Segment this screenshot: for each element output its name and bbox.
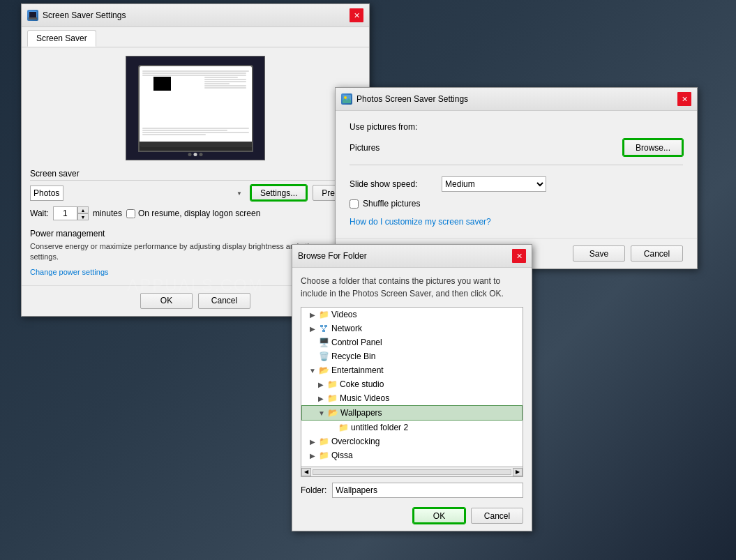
tree-area[interactable]: ▶ 📁 Videos ▶ Network ▶ 🖥️ Control Panel — [301, 307, 523, 467]
folder-qissa-icon: 📁 — [318, 450, 329, 461]
wait-input[interactable] — [53, 206, 77, 220]
screen-saver-preview — [126, 56, 265, 160]
settings-button[interactable]: Settings... — [250, 185, 307, 201]
svg-rect-5 — [320, 325, 323, 327]
svg-line-8 — [322, 327, 324, 330]
folder-music-icon: 📁 — [326, 393, 338, 404]
watermark: APPUALS.COM — [127, 275, 263, 295]
tree-item-wallpapers[interactable]: ▼ 📂 Wallpapers — [301, 405, 523, 421]
tree-label-network: Network — [331, 324, 362, 333]
folder-overclocking-icon: 📁 — [318, 436, 329, 447]
browse-footer: OK Cancel — [292, 504, 532, 531]
minutes-label: minutes — [93, 209, 122, 218]
wait-row: Wait: ▲ ▼ minutes On resume, display log… — [30, 206, 361, 220]
expand-network-icon[interactable]: ▶ — [307, 323, 318, 334]
screen-saver-cancel-button[interactable]: Cancel — [198, 293, 250, 309]
speed-row: Slide show speed: Slow Medium Fast — [350, 176, 683, 192]
spinner-up-button[interactable]: ▲ — [77, 206, 89, 213]
tree-item-recycle-bin[interactable]: ▶ 🗑️ Recycle Bin — [301, 349, 523, 363]
speed-dropdown-wrapper: Slow Medium Fast — [442, 176, 546, 192]
laptop-base — [140, 142, 253, 147]
change-power-link[interactable]: Change power settings — [30, 268, 109, 276]
folder-coke-icon: 📁 — [326, 379, 338, 390]
tree-item-videos[interactable]: ▶ 📁 Videos — [301, 308, 523, 321]
preview-dot — [188, 153, 192, 156]
horizontal-scrollbar[interactable]: ◀ ▶ — [301, 467, 523, 477]
speed-label: Slide show speed: — [350, 179, 433, 189]
screen-saver-dropdown-wrapper: Photos ▼ — [30, 186, 245, 201]
tree-label-videos: Videos — [331, 310, 356, 319]
browse-ok-button[interactable]: OK — [413, 508, 465, 524]
browse-titlebar-left: Browse For Folder — [298, 251, 367, 261]
wait-label: Wait: — [30, 209, 49, 218]
screen-saver-dropdown[interactable]: Photos — [30, 186, 63, 201]
folder-input[interactable] — [332, 483, 523, 498]
network-icon — [318, 323, 329, 334]
resume-checkbox-label: On resume, display logon screen — [138, 209, 260, 218]
browse-folder-dialog: Browse For Folder ✕ Choose a folder that… — [292, 244, 532, 531]
tree-item-overclocking[interactable]: ▶ 📁 Overclocking — [301, 434, 523, 448]
pictures-value: Pictures — [350, 143, 617, 153]
photos-cancel-button[interactable]: Cancel — [631, 245, 683, 262]
tree-label-entertainment: Entertainment — [331, 365, 384, 375]
tree-label-untitled-folder: untitled folder 2 — [351, 423, 408, 432]
expand-coke-icon[interactable]: ▶ — [315, 379, 326, 390]
screen-black-box — [153, 77, 171, 91]
expand-wallpapers-icon[interactable]: ▼ — [316, 407, 327, 418]
tree-item-music-videos[interactable]: ▶ 📁 Music Videos — [301, 391, 523, 405]
svg-rect-1 — [29, 12, 36, 17]
photos-icon — [341, 93, 352, 105]
tree-container: ▶ 📁 Videos ▶ Network ▶ 🖥️ Control Panel — [292, 307, 532, 477]
recycle-bin-icon: 🗑️ — [318, 351, 329, 362]
expand-overclocking-icon[interactable]: ▶ — [307, 436, 318, 447]
photos-titlebar-left: Photos Screen Saver Settings — [341, 93, 468, 105]
browse-button[interactable]: Browse... — [623, 139, 683, 156]
tree-item-network[interactable]: ▶ Network — [301, 321, 523, 335]
tree-item-qissa[interactable]: ▶ 📁 Qissa — [301, 448, 523, 462]
photos-close-button[interactable]: ✕ — [677, 92, 691, 106]
tab-screen-saver[interactable]: Screen Saver — [27, 30, 96, 47]
scroll-right-button[interactable]: ▶ — [513, 468, 523, 476]
wait-spinner: ▲ ▼ — [53, 206, 89, 220]
tree-item-untitled-folder[interactable]: ▶ 📁 untitled folder 2 — [301, 421, 523, 434]
screen-saver-close-button[interactable]: ✕ — [350, 8, 363, 22]
expand-music-icon[interactable]: ▶ — [315, 393, 326, 404]
pictures-row: Pictures Browse... — [350, 139, 683, 165]
browse-title: Browse For Folder — [298, 251, 367, 261]
folder-entertainment-icon: 📂 — [318, 365, 329, 376]
tree-label-overclocking: Overclocking — [331, 437, 380, 446]
expand-entertainment-icon[interactable]: ▼ — [307, 365, 318, 376]
tree-item-coke-studio[interactable]: ▶ 📁 Coke studio — [301, 377, 523, 391]
screen-saver-ok-button[interactable]: OK — [140, 293, 193, 309]
svg-line-9 — [324, 327, 326, 330]
photos-titlebar: Photos Screen Saver Settings ✕ — [336, 88, 697, 111]
screen-saver-form-row: Photos ▼ Settings... Preview — [30, 185, 361, 201]
how-customize-link[interactable]: How do I customize my screen saver? — [350, 217, 491, 227]
spinner-buttons: ▲ ▼ — [77, 206, 89, 220]
browse-cancel-button[interactable]: Cancel — [471, 508, 523, 524]
screen-saver-titlebar: Screen Saver Settings ✕ — [22, 4, 369, 27]
tree-item-control-panel[interactable]: ▶ 🖥️ Control Panel — [301, 335, 523, 349]
tree-item-entertainment[interactable]: ▼ 📂 Entertainment — [301, 363, 523, 377]
scroll-left-button[interactable]: ◀ — [301, 468, 311, 476]
browse-close-button[interactable]: ✕ — [512, 249, 526, 263]
screen-saver-section-label: Screen saver — [30, 169, 361, 181]
tree-label-wallpapers: Wallpapers — [340, 408, 382, 418]
resume-checkbox[interactable] — [126, 209, 135, 218]
tree-label-control-panel: Control Panel — [331, 338, 382, 347]
tree-label-qissa: Qissa — [331, 451, 353, 460]
expand-videos-icon[interactable]: ▶ — [307, 309, 318, 320]
shuffle-checkbox[interactable] — [350, 199, 359, 209]
use-pictures-label: Use pictures from: — [350, 122, 683, 132]
photos-content: Use pictures from: Pictures Browse... Sl… — [336, 111, 697, 238]
expand-qissa-icon[interactable]: ▶ — [307, 450, 318, 461]
power-title: Power management — [30, 229, 361, 239]
photos-title: Photos Screen Saver Settings — [356, 94, 468, 104]
titlebar-left: Screen Saver Settings — [27, 10, 126, 21]
spinner-down-button[interactable]: ▼ — [77, 213, 89, 220]
speed-dropdown[interactable]: Slow Medium Fast — [442, 176, 546, 192]
svg-rect-6 — [324, 325, 327, 327]
photos-save-button[interactable]: Save — [573, 245, 625, 262]
browse-titlebar: Browse For Folder ✕ — [292, 245, 532, 268]
photos-settings-dialog: Photos Screen Saver Settings ✕ Use pictu… — [335, 87, 698, 269]
